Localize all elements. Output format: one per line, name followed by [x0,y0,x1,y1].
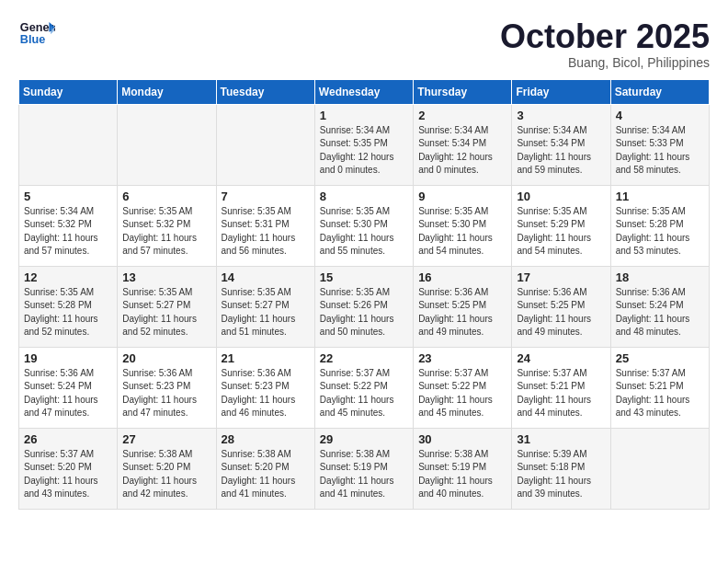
day-info: Sunrise: 5:35 AMSunset: 5:26 PMDaylight:… [320,286,408,339]
svg-text:Blue: Blue [20,33,45,46]
day-info: Sunrise: 5:35 AMSunset: 5:28 PMDaylight:… [24,286,112,339]
weekday-header: Tuesday [216,79,314,104]
calendar-cell: 17Sunrise: 5:36 AMSunset: 5:25 PMDayligh… [512,266,610,347]
calendar-cell: 29Sunrise: 5:38 AMSunset: 5:19 PMDayligh… [314,428,413,509]
day-number: 11 [616,190,704,203]
day-info: Sunrise: 5:38 AMSunset: 5:20 PMDaylight:… [222,448,310,501]
weekday-header: Wednesday [314,79,413,104]
calendar-cell: 16Sunrise: 5:36 AMSunset: 5:25 PMDayligh… [414,266,512,347]
location-subtitle: Buang, Bicol, Philippines [500,55,710,70]
day-number: 30 [418,432,506,446]
day-number: 29 [320,432,408,446]
calendar-cell: 2Sunrise: 5:34 AMSunset: 5:34 PMDaylight… [414,104,512,185]
calendar-cell: 9Sunrise: 5:35 AMSunset: 5:30 PMDaylight… [414,185,512,266]
day-info: Sunrise: 5:36 AMSunset: 5:25 PMDaylight:… [418,286,506,339]
calendar-cell: 6Sunrise: 5:35 AMSunset: 5:32 PMDaylight… [118,185,216,266]
calendar-cell: 25Sunrise: 5:37 AMSunset: 5:21 PMDayligh… [610,347,709,428]
day-info: Sunrise: 5:34 AMSunset: 5:35 PMDaylight:… [320,124,408,178]
day-info: Sunrise: 5:36 AMSunset: 5:25 PMDaylight:… [517,286,605,339]
day-number: 28 [222,432,310,446]
day-number: 13 [122,270,210,284]
calendar-cell: 31Sunrise: 5:39 AMSunset: 5:18 PMDayligh… [512,428,610,509]
logo: General Blue [18,18,55,46]
day-info: Sunrise: 5:35 AMSunset: 5:27 PMDaylight:… [122,286,210,339]
day-info: Sunrise: 5:35 AMSunset: 5:30 PMDaylight:… [418,205,506,259]
calendar-cell: 1Sunrise: 5:34 AMSunset: 5:35 PMDaylight… [314,104,413,185]
calendar-cell: 4Sunrise: 5:34 AMSunset: 5:33 PMDaylight… [610,104,709,185]
calendar-cell: 24Sunrise: 5:37 AMSunset: 5:21 PMDayligh… [512,347,610,428]
calendar-cell [118,104,216,185]
day-info: Sunrise: 5:34 AMSunset: 5:33 PMDaylight:… [616,124,704,178]
day-number: 4 [616,109,704,122]
day-info: Sunrise: 5:36 AMSunset: 5:23 PMDaylight:… [122,367,210,420]
day-info: Sunrise: 5:35 AMSunset: 5:31 PMDaylight:… [222,205,310,259]
calendar-cell: 20Sunrise: 5:36 AMSunset: 5:23 PMDayligh… [118,347,216,428]
day-number: 18 [616,270,704,284]
day-info: Sunrise: 5:37 AMSunset: 5:22 PMDaylight:… [418,367,506,420]
day-number: 21 [222,351,310,365]
day-number: 10 [517,190,605,203]
calendar-table: SundayMondayTuesdayWednesdayThursdayFrid… [18,79,710,510]
page-header: General Blue October 2025 Buang, Bicol, … [18,18,710,70]
weekday-header: Saturday [610,79,709,104]
calendar-week-row: 12Sunrise: 5:35 AMSunset: 5:28 PMDayligh… [19,266,710,347]
day-number: 24 [517,351,605,365]
day-info: Sunrise: 5:37 AMSunset: 5:22 PMDaylight:… [320,367,408,420]
calendar-cell: 28Sunrise: 5:38 AMSunset: 5:20 PMDayligh… [216,428,314,509]
day-number: 8 [320,190,408,203]
day-info: Sunrise: 5:35 AMSunset: 5:29 PMDaylight:… [517,205,605,259]
calendar-cell: 19Sunrise: 5:36 AMSunset: 5:24 PMDayligh… [19,347,118,428]
day-info: Sunrise: 5:37 AMSunset: 5:21 PMDaylight:… [616,367,704,420]
day-info: Sunrise: 5:36 AMSunset: 5:23 PMDaylight:… [222,367,310,420]
day-info: Sunrise: 5:34 AMSunset: 5:32 PMDaylight:… [24,205,112,259]
day-info: Sunrise: 5:39 AMSunset: 5:18 PMDaylight:… [517,448,605,501]
calendar-cell: 15Sunrise: 5:35 AMSunset: 5:26 PMDayligh… [314,266,413,347]
calendar-cell: 27Sunrise: 5:38 AMSunset: 5:20 PMDayligh… [118,428,216,509]
calendar-cell: 7Sunrise: 5:35 AMSunset: 5:31 PMDaylight… [216,185,314,266]
calendar-cell: 26Sunrise: 5:37 AMSunset: 5:20 PMDayligh… [19,428,118,509]
logo-icon: General Blue [18,18,55,46]
day-number: 26 [24,432,112,446]
calendar-cell [19,104,118,185]
calendar-cell: 11Sunrise: 5:35 AMSunset: 5:28 PMDayligh… [610,185,709,266]
day-number: 23 [418,351,506,365]
title-block: October 2025 Buang, Bicol, Philippines [500,18,710,70]
calendar-cell: 8Sunrise: 5:35 AMSunset: 5:30 PMDaylight… [314,185,413,266]
day-number: 17 [517,270,605,284]
calendar-cell [610,428,709,509]
calendar-cell: 12Sunrise: 5:35 AMSunset: 5:28 PMDayligh… [19,266,118,347]
day-number: 16 [418,270,506,284]
calendar-cell: 30Sunrise: 5:38 AMSunset: 5:19 PMDayligh… [414,428,512,509]
day-number: 9 [418,190,506,203]
weekday-header: Monday [118,79,216,104]
day-info: Sunrise: 5:38 AMSunset: 5:20 PMDaylight:… [122,448,210,501]
calendar-cell: 23Sunrise: 5:37 AMSunset: 5:22 PMDayligh… [414,347,512,428]
day-number: 22 [320,351,408,365]
day-number: 27 [122,432,210,446]
calendar-week-row: 1Sunrise: 5:34 AMSunset: 5:35 PMDaylight… [19,104,710,185]
weekday-header: Friday [512,79,610,104]
day-info: Sunrise: 5:38 AMSunset: 5:19 PMDaylight:… [418,448,506,501]
day-number: 20 [122,351,210,365]
day-number: 2 [418,109,506,122]
day-number: 25 [616,351,704,365]
calendar-week-row: 26Sunrise: 5:37 AMSunset: 5:20 PMDayligh… [19,428,710,509]
day-info: Sunrise: 5:37 AMSunset: 5:20 PMDaylight:… [24,448,112,501]
calendar-cell: 22Sunrise: 5:37 AMSunset: 5:22 PMDayligh… [314,347,413,428]
calendar-header: SundayMondayTuesdayWednesdayThursdayFrid… [19,79,710,104]
calendar-body: 1Sunrise: 5:34 AMSunset: 5:35 PMDaylight… [19,104,710,509]
day-info: Sunrise: 5:34 AMSunset: 5:34 PMDaylight:… [517,124,605,178]
day-info: Sunrise: 5:35 AMSunset: 5:32 PMDaylight:… [122,205,210,259]
day-number: 5 [24,190,112,203]
day-info: Sunrise: 5:37 AMSunset: 5:21 PMDaylight:… [517,367,605,420]
day-number: 15 [320,270,408,284]
day-number: 6 [122,190,210,203]
calendar-cell: 18Sunrise: 5:36 AMSunset: 5:24 PMDayligh… [610,266,709,347]
calendar-week-row: 5Sunrise: 5:34 AMSunset: 5:32 PMDaylight… [19,185,710,266]
day-number: 19 [24,351,112,365]
calendar-cell: 13Sunrise: 5:35 AMSunset: 5:27 PMDayligh… [118,266,216,347]
day-info: Sunrise: 5:36 AMSunset: 5:24 PMDaylight:… [24,367,112,420]
day-info: Sunrise: 5:36 AMSunset: 5:24 PMDaylight:… [616,286,704,339]
calendar-cell: 14Sunrise: 5:35 AMSunset: 5:27 PMDayligh… [216,266,314,347]
weekday-header: Sunday [19,79,118,104]
